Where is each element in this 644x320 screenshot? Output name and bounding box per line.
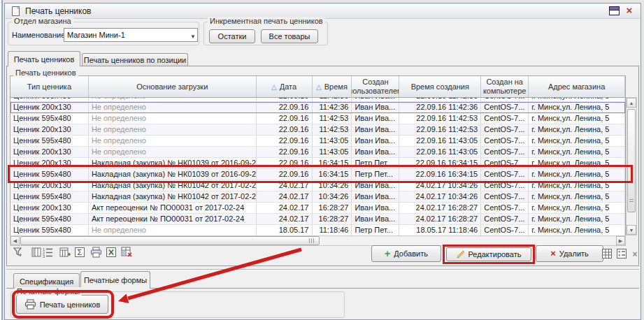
table-row[interactable]: Ценник 595x480Не определено22.09.1611:43… <box>10 136 625 147</box>
table-cell: г. Минск,ул. Ленина, 5 <box>529 102 625 113</box>
table-cell: г. Минск,ул. Ленина, 5 <box>529 180 625 191</box>
column-header[interactable]: Создан пользователем <box>352 76 399 97</box>
sum-icon[interactable]: Σ <box>73 246 85 258</box>
remainders-button[interactable]: Остатки <box>209 29 255 43</box>
vertical-scrollbar[interactable]: ▲ ▼ <box>626 97 637 235</box>
table-cell: Не определено <box>89 124 257 136</box>
table-cell: Иван Ива... <box>352 191 399 203</box>
column-header-label: Время <box>324 82 348 92</box>
numbered-list-icon[interactable]: 123 <box>41 246 53 258</box>
print-list-icon[interactable] <box>90 246 102 258</box>
table-cell: 24.02.17 16:28:27 <box>399 203 481 214</box>
table-cell: г. Минск,ул. Ленина, 5 <box>529 169 625 180</box>
scroll-up-icon[interactable]: ▲ <box>627 98 636 108</box>
print-pricetags-button[interactable]: Печать ценников <box>16 295 108 314</box>
sort-asc-icon: △ <box>271 82 277 92</box>
table-row[interactable]: Ценник 200x130Акт переоценки № ПО00031 о… <box>10 203 625 214</box>
table-cell: 10:34:26 <box>313 191 352 203</box>
table-cell: Акт переоценки № ПО00031 от 2017-02-24 <box>89 203 257 214</box>
table-cell: г. Минск,ул. Ленина, 5 <box>529 124 625 136</box>
add-table-icon[interactable] <box>59 246 71 258</box>
tab-print-pricetags[interactable]: Печать ценников <box>8 51 80 66</box>
column-header[interactable]: Адрес магазина <box>529 76 625 97</box>
scroll-right-icon[interactable]: ▶ <box>616 236 625 245</box>
table-cell: Ценник 595x480 <box>10 113 89 124</box>
column-header[interactable]: Основание загрузки <box>89 76 257 97</box>
table-row[interactable]: Ценник 200x130Накладная (закупка) № НК01… <box>10 180 625 191</box>
all-goods-button-label: Все товары <box>269 32 310 41</box>
table-cell: Иван Ива... <box>352 136 399 147</box>
table-cell: Ценник 595x480 <box>10 191 89 203</box>
all-goods-button[interactable]: Все товары <box>261 29 318 43</box>
name-field-label: Наименование <box>12 31 65 39</box>
scroll-down-icon[interactable]: ▼ <box>627 225 636 235</box>
table-cell: Накладная (закупка) № НК01039 от 2016-09… <box>89 169 257 180</box>
table-cell: Иван Ива... <box>352 214 399 225</box>
table-cell: Не определено <box>89 147 257 158</box>
close-window-button[interactable]: × <box>624 5 635 16</box>
print-pricetags-window: Печать ценников × Отдел магазина Наимено… <box>4 3 641 320</box>
tab-print-by-position[interactable]: Печать ценников по позиции <box>82 53 188 66</box>
table-cell: CentOS-7... <box>481 147 529 158</box>
table-row[interactable]: Ценник 200x130Не определено22.09.1611:42… <box>10 124 625 136</box>
table-cell: Петр Пет... <box>352 169 399 180</box>
table-row[interactable]: Ценник 200x130Не определено22.09.1611:42… <box>10 102 625 113</box>
table-cell: г. Минск,ул. Ленина, 5 <box>529 136 625 147</box>
close-panel-icon[interactable]: × <box>630 248 640 260</box>
printer-icon <box>24 299 36 310</box>
table-cell: 22.09.16 11:42:53 <box>399 124 481 136</box>
column-header[interactable]: Время создания <box>399 76 481 97</box>
table-cell: Ценник 200x130 <box>10 124 89 136</box>
table-cell: Ценник 200x130 <box>10 180 89 191</box>
column-header[interactable]: Создан на компьютере <box>481 76 529 97</box>
table-row[interactable]: Ценник 595x480Накладная (закупка) № НК01… <box>10 191 625 203</box>
vertical-scroll-thumb[interactable] <box>627 109 636 212</box>
table-cell: 22.09.16 <box>257 102 313 113</box>
window-title: Печать ценников <box>25 6 91 16</box>
table-cell: Иван Ива... <box>352 113 399 124</box>
table-cell: Ценник 595x480 <box>10 136 89 147</box>
table-row[interactable]: Ценник 595x480Не определено18.05.1711:18… <box>10 225 625 236</box>
table-cell: 18.05.17 11:18:46 <box>399 225 481 236</box>
store-name-combobox[interactable]: Магазин Мини-1 ▼ <box>64 28 198 42</box>
filter-add-icon[interactable] <box>12 246 24 258</box>
table-row[interactable]: Ценник 595x480Накладная (закупка) № НК01… <box>10 169 625 180</box>
tab-label: Печать ценников <box>14 55 75 64</box>
remove-column-icon[interactable] <box>121 246 133 258</box>
table-cell: CentOS-7... <box>481 191 529 203</box>
table-row[interactable]: Ценник 200x130Не определено22.09.1611:43… <box>10 147 625 158</box>
scroll-left-icon[interactable]: ◀ <box>10 236 20 245</box>
table-row[interactable]: Ценник 595x480Акт переоценки № ПО00031 о… <box>10 214 625 225</box>
table-cell: Ценник 200x130 <box>10 158 89 169</box>
list-view-icon[interactable] <box>615 247 627 259</box>
export-excel-icon[interactable] <box>105 246 117 258</box>
table-cell: 24.02.17 <box>257 214 313 225</box>
svg-text:3: 3 <box>43 254 45 258</box>
grid-view-icon[interactable] <box>601 247 613 259</box>
table-row[interactable]: Ценник 595x480Не определено22.09.1611:42… <box>10 113 625 124</box>
horizontal-scrollbar[interactable]: ◀ ▶ <box>10 235 626 246</box>
tab-print-forms[interactable]: Печатные формы <box>80 271 150 289</box>
table-cell: 16:28:27 <box>313 214 352 225</box>
table-cell: Не определено <box>89 102 257 113</box>
column-settings-icon[interactable] <box>30 246 42 258</box>
horizontal-scroll-thumb[interactable] <box>20 236 320 245</box>
tab-specification[interactable]: Спецификация <box>13 273 80 289</box>
table-row[interactable]: Ценник 200x130Накладная (закупка) № НК01… <box>10 158 625 169</box>
delete-button-label: Удалить <box>559 249 589 258</box>
column-header-label: Тип ценника <box>27 82 71 92</box>
table-cell: 11:42:36 <box>313 102 352 113</box>
restore-window-button[interactable] <box>609 6 620 15</box>
table-cell: CentOS-7... <box>481 225 529 236</box>
delete-button[interactable]: × Удалить <box>536 245 603 262</box>
add-button[interactable]: + Добавить <box>371 245 441 262</box>
column-header[interactable]: Тип ценника <box>10 76 89 97</box>
edit-button[interactable]: Редактировать <box>446 247 531 261</box>
tab-label: Печатные формы <box>84 276 147 284</box>
column-header[interactable]: △Время <box>313 76 352 97</box>
column-header[interactable]: △Дата <box>257 76 313 97</box>
table-cell: 16:34:15 <box>313 158 352 169</box>
table-cell: 22.09.16 <box>257 147 313 158</box>
table-cell: г. Минск,ул. Ленина, 5 <box>529 203 625 214</box>
column-header-label: Создан на компьютере <box>482 78 527 96</box>
